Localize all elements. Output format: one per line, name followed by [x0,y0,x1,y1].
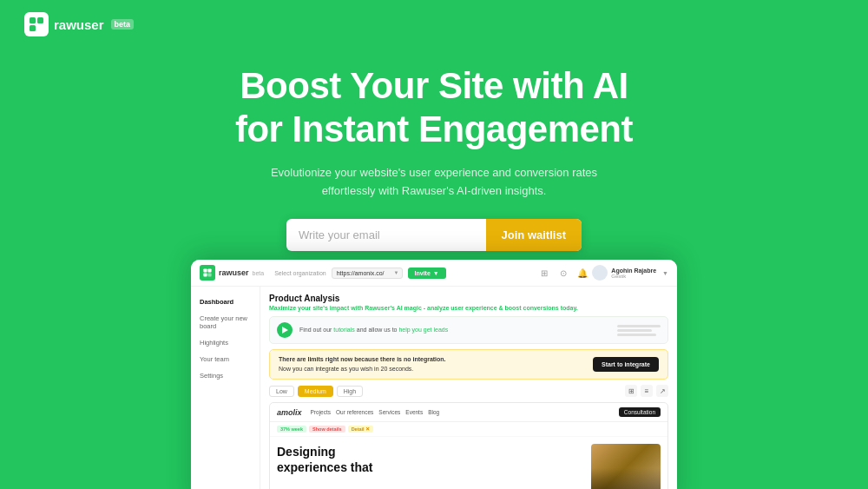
header-icons: ⊞ ⊙ 🔔 [538,267,589,279]
leads-link[interactable]: help you get leads [398,327,448,333]
user-dropdown-icon[interactable]: ▼ [662,270,668,276]
logo: rawuser beta [24,12,134,36]
avatar [592,265,608,281]
grid-view-icon[interactable]: ⊞ [625,385,637,397]
svg-rect-1 [37,17,43,23]
navigation: rawuser beta [0,0,868,49]
grid-icon[interactable]: ⊞ [538,267,550,279]
list-view-icon[interactable]: ≡ [641,385,653,397]
sidebar-item-dashboard[interactable]: Dashboard [191,294,260,310]
website-hero: Designing experiences that [270,437,667,489]
select-chevron-icon: ▼ [394,270,399,275]
app-header-org-select: Select organization https://amonix.co/ ▼… [274,268,531,279]
website-hero-image [591,444,661,489]
hero-title-line2: for Instant Engagement [235,109,633,149]
user-info: Agohin Rajabre Gestik ▼ [592,265,668,281]
warning-banner: There are limits right now because there… [269,349,668,380]
tutorials-link[interactable]: tutorials [333,327,355,333]
website-badges: 37% week Show details Detail ✕ [270,422,667,437]
badge-week: 37% week [277,426,306,433]
main-background: rawuser beta Boost Your Site with AI for… [0,0,868,489]
nav-link-events[interactable]: Events [405,409,423,415]
website-hero-text: Designing experiences that [277,444,584,489]
nav-link-references[interactable]: Our references [336,409,373,415]
badge-show-details[interactable]: Show details [309,426,345,433]
hero-title-line1: Boost Your Site with AI [240,65,628,106]
hero-subtitle: Evolutionize your website's user experie… [271,164,597,201]
app-logo: rawuser beta [200,265,264,281]
website-hero-title: Designing experiences that [277,444,584,475]
app-screenshot: rawuser beta Select organization https:/… [191,260,677,489]
filter-tab-low[interactable]: Low [269,386,294,397]
website-cta-button[interactable]: Consultation [619,407,661,417]
hero-title: Boost Your Site with AI for Instant Enga… [235,64,633,152]
app-logo-beta: beta [253,270,265,276]
main-desc: Maximize your site's impact with Rawuser… [269,305,668,311]
filter-action-icons: ⊞ ≡ ↗ [625,385,668,397]
app-logo-icon [200,265,215,281]
user-role: Gestik [611,274,656,279]
invite-dropdown-icon: ▼ [433,270,439,276]
svg-rect-6 [203,273,207,276]
select-org-label: Select organization [274,270,326,276]
logo-text: rawuser [54,17,104,32]
start-integrate-button[interactable]: Start to integrate [593,357,659,372]
svg-rect-2 [30,25,36,31]
sidebar: Dashboard Create your new board Highligh… [191,287,260,489]
info-line-3 [617,334,656,336]
join-waitlist-button[interactable]: Join waitlist [486,219,582,251]
app-body: Dashboard Create your new board Highligh… [191,287,677,489]
logo-beta: beta [111,19,135,30]
sidebar-item-settings[interactable]: Settings [191,367,260,384]
svg-rect-4 [203,268,207,272]
app-inner: rawuser beta Select organization https:/… [191,260,677,489]
info-card-lines [617,325,661,336]
svg-rect-0 [30,17,36,23]
invite-button[interactable]: Invite ▼ [408,268,446,279]
svg-rect-3 [37,25,43,31]
warning-text: There are limits right now because there… [279,355,446,373]
play-button[interactable] [277,322,293,338]
user-details: Agohin Rajabre Gestik [611,268,656,279]
website-brand: amolix [277,408,302,417]
org-select-box[interactable]: https://amonix.co/ ▼ [332,268,403,279]
info-line-1 [617,325,661,327]
info-line-2 [617,329,652,332]
filter-tab-high[interactable]: High [337,386,363,397]
info-card-text: Find out our tutorials and allow us to h… [299,326,448,334]
play-icon [282,327,288,334]
main-title: Product Analysis [269,294,668,303]
nav-link-blog[interactable]: Blog [428,409,439,415]
badge-detail[interactable]: Detail ✕ [348,426,374,433]
sidebar-item-create-board[interactable]: Create your new board [191,310,260,334]
website-nav-links: Projects Our references Services Events … [311,409,440,415]
svg-rect-7 [207,273,211,276]
sidebar-item-highlights[interactable]: Highlights [191,334,260,351]
email-form: Join waitlist [286,219,582,251]
logo-icon [24,12,49,36]
main-content: Product Analysis Maximize your site's im… [260,287,677,489]
svg-rect-5 [207,268,211,272]
app-logo-text: rawuser [219,268,249,277]
nav-link-projects[interactable]: Projects [311,409,331,415]
user-name: Agohin Rajabre [611,268,656,274]
clock-icon[interactable]: ⊙ [557,267,569,279]
website-nav: amolix Projects Our references Services … [270,403,667,422]
info-card: Find out our tutorials and allow us to h… [269,316,668,344]
filter-tabs: Low Medium High ⊞ ≡ ↗ [269,385,668,397]
website-preview: amolix Projects Our references Services … [269,402,668,489]
filter-tab-medium[interactable]: Medium [298,386,333,397]
nav-link-services[interactable]: Services [378,409,400,415]
email-input[interactable] [286,219,486,251]
bell-icon[interactable]: 🔔 [576,267,589,279]
expand-icon[interactable]: ↗ [656,385,668,397]
sidebar-item-team[interactable]: Your team [191,351,260,367]
app-header: rawuser beta Select organization https:/… [191,260,677,287]
